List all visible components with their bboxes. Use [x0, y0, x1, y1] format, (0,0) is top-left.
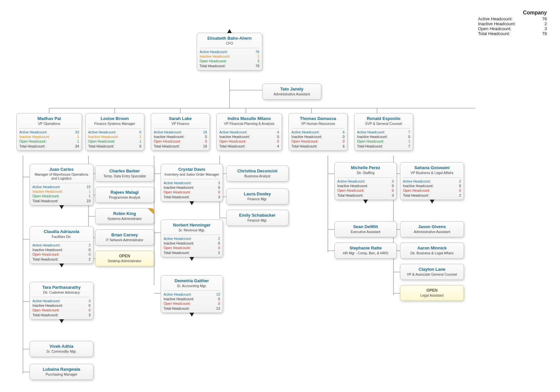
node-robin[interactable]: Robin King Systems Administrator [95, 208, 154, 224]
summary-title: Company [478, 10, 547, 16]
node-sahana[interactable]: Sahana Goswami VP Business & Legal Affai… [400, 162, 464, 200]
node-claudia[interactable]: Claudia Adriazola Facilities Dir. Active… [30, 226, 93, 264]
node-indira[interactable]: Indira Masullo Milano VP Financial Plann… [216, 113, 282, 151]
node-rajeev[interactable]: Rajeev Malagi Programmer Analyst [95, 187, 154, 203]
node-ronald[interactable]: Ronald Esposito SVP & General Counsel Ac… [354, 113, 413, 151]
node-thomas[interactable]: Thomas Damassa VP Human Resources Active… [289, 113, 348, 151]
expand-down-icon[interactable] [190, 313, 194, 317]
node-sean[interactable]: Sean DeWitt Executive Assistant [334, 221, 397, 237]
node-open-legal-assistant[interactable]: OPEN Legal Assistant [400, 285, 464, 301]
node-crystal[interactable]: Crystal Davis Inventory and Sales Order … [161, 164, 223, 202]
node-open-desktop-admin[interactable]: OPEN Desktop Administrator [95, 251, 154, 266]
node-clayton[interactable]: Clayton Lane VP & Associate General Coun… [400, 264, 464, 280]
node-christina[interactable]: Christina Deconcini Business Analyst [226, 166, 289, 182]
expand-down-icon[interactable] [59, 264, 64, 267]
expand-down-icon[interactable] [363, 200, 368, 204]
expand-down-icon[interactable] [190, 257, 194, 261]
node-emily[interactable]: Emily Schabacker Finance Mgr. [226, 210, 289, 226]
node-laura[interactable]: Laura Dooley Finance Mgr. [226, 188, 289, 205]
expand-down-icon[interactable] [430, 200, 434, 204]
node-jason[interactable]: Jason Givens Administrative Assistant [400, 221, 464, 237]
expand-down-icon[interactable] [59, 205, 64, 209]
node-charles[interactable]: Charles Barber Temp. Data Entry Speciali… [95, 166, 154, 182]
node-michelle[interactable]: Michelle Perez Dir. Staffing Active Head… [334, 162, 397, 200]
node-tato[interactable]: Tato Janely Administrative Assistant [262, 84, 321, 100]
node-tara[interactable]: Tara Parthasarathy Dir. Customer Advocac… [30, 282, 93, 320]
node-sarah[interactable]: Sarah Lake VP Finance Active Headcount:1… [151, 113, 210, 151]
node-aaron[interactable]: Aaron Minnick Dir. Business & Legal Affa… [400, 243, 464, 259]
node-madhav[interactable]: Madhav Pai VP Operations Active Headcoun… [16, 113, 82, 151]
node-brian[interactable]: Brian Carney IT Network Administrator [95, 229, 154, 245]
expand-down-icon[interactable] [59, 319, 64, 323]
nav-up-icon[interactable] [227, 29, 232, 33]
node-juan[interactable]: Juan Carlos Manager of Warehouse Operati… [30, 164, 93, 206]
node-vivek[interactable]: Vivek Adhia Sr. Commodity Mgr. [30, 341, 93, 357]
node-cfo[interactable]: Elisabeth Bahs-Ahern CFO Active Headcoun… [197, 33, 262, 70]
node-louise[interactable]: Louise Brown Finance Systems Manager Act… [85, 113, 144, 151]
expand-down-icon[interactable] [190, 201, 194, 205]
node-demetria[interactable]: Demetria Gaither Sr. Accounting Mgr. Act… [161, 275, 223, 313]
company-summary: Company Active Headcount:76 Inactive Hea… [478, 10, 547, 36]
node-norbert[interactable]: Norbert Henninger Sr. Revenue Mgr. Activ… [161, 220, 223, 257]
note-icon [148, 208, 154, 214]
node-stephanie[interactable]: Stephanie Ratte HR Mgr - Comp, Ben, & HR… [334, 243, 397, 259]
node-lubaina[interactable]: Lubaina Rangwala Purchasing Manager [30, 364, 93, 380]
